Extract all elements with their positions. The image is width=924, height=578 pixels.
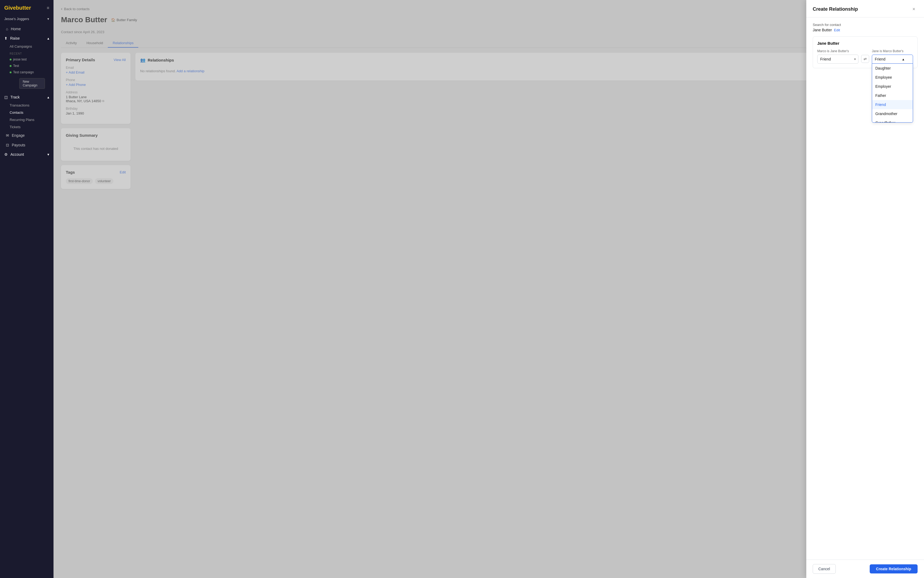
sidebar-item-track[interactable]: ◫ Track [0,93,53,102]
sidebar-item-account[interactable]: ⚙ Account [0,150,53,159]
marco-rel-select-wrapper: Friend ▾ [817,55,858,64]
new-campaign-button[interactable]: New Campaign [19,78,45,89]
payouts-label: Payouts [12,143,26,147]
cancel-button[interactable]: Cancel [813,564,836,574]
engage-icon: ✉ [6,133,9,138]
option-friend[interactable]: Friend [872,100,913,109]
relationship-box: Jane Butter Marco is Jane Butter's Frien… [813,36,918,68]
modal-body: Search for contact Jane Butter Edit Jane… [806,18,924,560]
dot-icon-test [10,65,11,67]
main-area: Back to contacts Marco Butter 🏠 Butter F… [53,0,924,578]
account-icon: ⚙ [4,152,8,157]
modal-panel: Create Relationship × Search for contact… [806,0,924,578]
marco-rel-label: Marco is Jane Butter's [817,49,858,53]
contact-name-row: Jane Butter Edit [813,28,918,32]
raise-icon: ⬆ [4,36,8,41]
sidebar-recent-jesse[interactable]: jesse test [0,56,53,63]
swap-button[interactable]: ⇄ [861,55,869,63]
option-grandfather[interactable]: Grandfather [872,118,913,123]
edit-contact-link[interactable]: Edit [834,28,840,32]
track-chevron-icon [47,95,49,99]
modal-title: Create Relationship [813,6,858,12]
account-label: Account [10,152,24,157]
sidebar-item-engage[interactable]: ✉ Engage [2,131,52,140]
jane-rel-label: Jane is Marco Butter's [872,49,913,53]
marco-rel-select[interactable]: Friend [817,55,858,64]
raise-chevron-icon [47,36,49,41]
sidebar-logo-area: Givebutter ≡ [0,0,53,15]
option-daughter[interactable]: Daughter [872,64,913,73]
sidebar-recent-label: RECENT [0,50,53,56]
relationship-dropdown-list: Daughter Employee Employer Father Friend… [872,64,913,123]
raise-label: Raise [10,36,20,41]
sidebar-recent-test[interactable]: Test [0,63,53,69]
track-label: Track [10,95,19,99]
option-employee[interactable]: Employee [872,73,913,82]
sidebar-item-transactions[interactable]: Transactions [0,102,53,109]
option-father[interactable]: Father [872,91,913,100]
jane-rel-select-display[interactable]: Friend ▴ [872,55,913,64]
modal-close-button[interactable]: × [910,5,918,13]
jane-rel-select-wrapper: Friend ▴ Daughter Employee Employer Fath… [872,55,913,64]
sidebar-item-tickets[interactable]: Tickets [0,123,53,131]
swap-icon: ⇄ [864,57,867,61]
track-icon: ◫ [4,95,8,99]
search-for-label: Search for contact [813,23,918,27]
home-icon: ⌂ [6,27,8,31]
sidebar-item-home[interactable]: ⌂ Home [2,24,52,34]
modal-contact-name: Jane Butter [813,28,832,32]
account-chevron-icon [47,152,49,157]
sidebar-item-contacts[interactable]: Contacts [0,109,53,116]
sidebar: Givebutter ≡ Jesse's Joggers ⌂ Home ⬆ Ra… [0,0,53,578]
org-name: Jesse's Joggers [4,17,29,21]
modal-header: Create Relationship × [806,0,924,18]
org-switcher[interactable]: Jesse's Joggers [0,15,53,24]
modal-footer: Cancel Create Relationship [806,560,924,578]
jane-select-chevron-up-icon: ▴ [902,57,904,61]
logo-text: Givebutter [4,5,31,11]
option-grandmother[interactable]: Grandmother [872,109,913,118]
org-chevron-icon [47,17,49,21]
sidebar-item-payouts[interactable]: ⊡ Payouts [2,141,52,149]
hamburger-icon[interactable]: ≡ [47,6,49,10]
dot-icon-test-campaign [10,71,11,73]
box-contact-name: Jane Butter [817,41,913,45]
marco-rel-col: Marco is Jane Butter's Friend ▾ [817,49,858,64]
sidebar-item-recurring-plans[interactable]: Recurring Plans [0,116,53,123]
sidebar-recent-test-campaign[interactable]: Test campaign [0,69,53,75]
option-employer[interactable]: Employer [872,82,913,91]
create-relationship-button[interactable]: Create Relationship [870,564,918,573]
dot-icon-jesse [10,58,11,60]
modal-overlay: Create Relationship × Search for contact… [53,0,924,578]
sidebar-item-all-campaigns[interactable]: All Campaigns [0,43,53,50]
payouts-icon: ⊡ [6,143,9,147]
jane-rel-col: Jane is Marco Butter's Friend ▴ Daughter… [872,49,913,64]
jane-rel-selected-value: Friend [875,57,885,61]
home-label: Home [11,27,21,31]
relationship-row: Marco is Jane Butter's Friend ▾ ⇄ [817,49,913,64]
engage-label: Engage [12,133,24,138]
sidebar-item-raise[interactable]: ⬆ Raise [0,34,53,43]
